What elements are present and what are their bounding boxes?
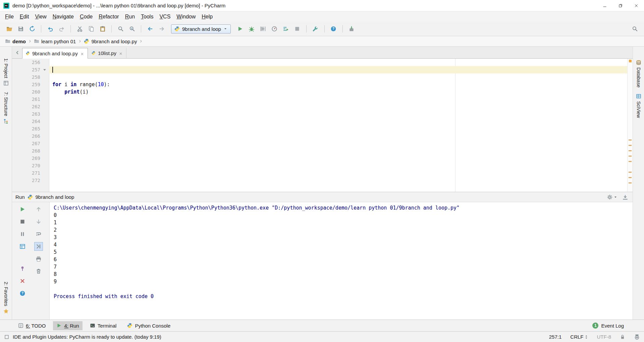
run-console[interactable]: C:\Users\chenmengying\AppData\Local\Prog… (50, 202, 633, 320)
scroll-end-button[interactable] (34, 242, 43, 251)
menu-window[interactable]: Window (173, 12, 199, 21)
open-button[interactable] (4, 24, 14, 34)
minimize-button[interactable] (597, 0, 612, 11)
console-line[interactable]: 0 (54, 212, 630, 219)
editor-line-270[interactable]: 270 (12, 162, 633, 169)
redo-button[interactable] (56, 24, 67, 34)
maximize-button[interactable] (612, 0, 628, 11)
status-message[interactable]: IDE and Plugin Updates: PyCharm is ready… (13, 334, 161, 340)
editor-line-263[interactable]: 263 (12, 110, 633, 118)
editor-line-257[interactable]: 257 (12, 66, 633, 73)
run-configuration-select[interactable]: 9branch and loop (171, 24, 231, 34)
editor-line-261[interactable]: 261 (12, 96, 633, 103)
soft-wrap-button[interactable] (34, 230, 43, 238)
console-line[interactable]: 8 (54, 271, 630, 278)
find-button[interactable] (115, 24, 126, 34)
editor-error-stripe[interactable] (627, 59, 633, 192)
console-line[interactable]: 7 (54, 263, 630, 271)
editor-area[interactable]: 256257258259for i in range(10):260 print… (12, 59, 633, 192)
console-line[interactable]: 5 (54, 248, 630, 256)
console-line[interactable]: Process finished with exit code 0 (54, 293, 630, 300)
back-button[interactable] (145, 24, 155, 34)
menu-refactor[interactable]: Refactor (96, 12, 122, 21)
coverage-button[interactable] (258, 24, 268, 34)
profiler-button[interactable] (269, 24, 280, 34)
tool-button-terminal[interactable]: Terminal (87, 321, 120, 330)
paste-button[interactable] (97, 24, 108, 34)
help-button[interactable]: ? (328, 24, 339, 34)
restore-layout-button[interactable] (18, 242, 27, 251)
lock-icon[interactable] (620, 334, 625, 340)
run-button[interactable] (235, 24, 246, 34)
editor-line-260[interactable]: 260 print(i) (12, 88, 633, 96)
menu-code[interactable]: Code (77, 12, 96, 21)
help-small-button[interactable]: ? (18, 289, 27, 298)
tool-button-structure[interactable]: 7: Structure (3, 89, 9, 127)
tabs-scroll-left-button[interactable] (13, 47, 22, 58)
menu-file[interactable]: File (2, 12, 17, 21)
forward-button[interactable] (156, 24, 167, 34)
trash-button[interactable] (34, 267, 43, 276)
print-button[interactable] (34, 254, 43, 263)
breadcrumb-item-learn-python-01[interactable]: learn python 01 (33, 38, 77, 45)
editor-line-268[interactable]: 268 (12, 147, 633, 155)
editor-line-259[interactable]: 259for i in range(10): (12, 81, 633, 88)
tool-button-6-todo[interactable]: 6: TODO (15, 321, 49, 330)
up-button[interactable] (34, 205, 43, 214)
background-tasks-icon[interactable] (4, 334, 9, 340)
pin-button[interactable] (18, 264, 27, 273)
tab-10list-py[interactable]: 10list.py (88, 48, 126, 58)
console-line[interactable]: 4 (54, 241, 630, 248)
tool-button-python-console[interactable]: Python Console (124, 321, 174, 330)
update-button[interactable] (346, 24, 357, 34)
inspections-profile-icon[interactable] (634, 334, 640, 340)
tool-button-4-run[interactable]: 4: Run (53, 321, 82, 330)
down-button[interactable] (34, 217, 43, 226)
event-log-button[interactable]: 1 Event Log (592, 323, 624, 329)
rerun-button[interactable] (18, 205, 27, 214)
editor-line-265[interactable]: 265 (12, 125, 633, 132)
run-console-button[interactable] (281, 24, 291, 34)
editor-line-258[interactable]: 258 (12, 73, 633, 81)
tool-button-project[interactable]: 1: Project (3, 55, 9, 89)
copy-button[interactable] (86, 24, 96, 34)
console-line[interactable]: C:\Users\chenmengying\AppData\Local\Prog… (54, 204, 630, 212)
tool-button-favorites[interactable]: 2: Favorites (3, 279, 9, 317)
undo-button[interactable] (45, 24, 55, 34)
search-everywhere-button[interactable] (630, 24, 640, 34)
editor-line-272[interactable]: 272 (12, 177, 633, 184)
close-button[interactable] (18, 277, 27, 285)
tool-button-sciview[interactable]: SciView (636, 91, 641, 121)
tool-button-database[interactable]: Database (636, 57, 641, 91)
debug-button[interactable] (247, 24, 257, 34)
editor-line-271[interactable]: 271 (12, 169, 633, 177)
stop-dark-button[interactable] (18, 217, 27, 226)
menu-edit[interactable]: Edit (17, 12, 32, 21)
breadcrumb-item-9branch-and-loop-py[interactable]: 9branch and loop.py (83, 38, 138, 45)
menu-run[interactable]: Run (122, 12, 138, 21)
sync-button[interactable] (27, 24, 37, 34)
replace-button[interactable]: a (127, 24, 137, 34)
pause-button[interactable] (18, 230, 27, 238)
encoding-widget[interactable]: UTF-8 (597, 334, 611, 340)
menu-help[interactable]: Help (199, 12, 216, 21)
editor-line-262[interactable]: 262 (12, 103, 633, 110)
editor-line-256[interactable]: 256 (12, 59, 633, 66)
tab-9branch-and-loop-py[interactable]: 9branch and loop.py (22, 48, 88, 59)
caret-position-widget[interactable]: 257:1 (549, 334, 562, 340)
menu-vcs[interactable]: VCS (156, 12, 173, 21)
editor-line-267[interactable]: 267 (12, 140, 633, 147)
hide-panel-button[interactable] (621, 194, 629, 200)
menu-tools[interactable]: Tools (138, 12, 156, 21)
save-button[interactable] (15, 24, 26, 34)
tools-button[interactable] (310, 24, 321, 34)
console-line[interactable]: 3 (54, 234, 630, 241)
tab-close-icon[interactable] (119, 51, 123, 55)
console-line[interactable]: 1 (54, 219, 630, 226)
console-line[interactable]: 2 (54, 226, 630, 234)
console-line[interactable]: 6 (54, 256, 630, 263)
console-line[interactable]: 9 (54, 278, 630, 285)
cut-button[interactable] (74, 24, 85, 34)
menu-view[interactable]: View (32, 12, 49, 21)
menu-navigate[interactable]: Navigate (50, 12, 77, 21)
